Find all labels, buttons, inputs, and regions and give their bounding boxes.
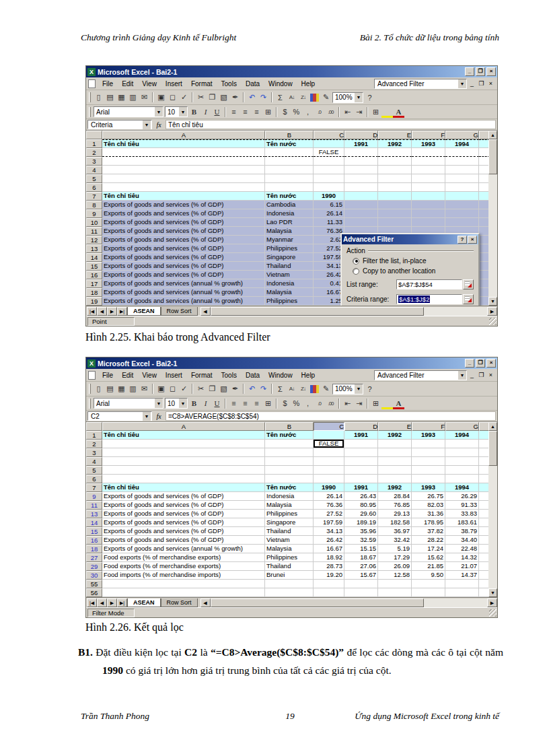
cell-a[interactable]: Exports of goods and services (% of GDP) <box>102 218 265 227</box>
cell-g[interactable] <box>445 174 479 183</box>
cell-b[interactable]: Tên nước <box>265 483 314 492</box>
open-icon[interactable]: ▤ <box>104 383 116 394</box>
menu-item[interactable]: Help <box>297 371 320 380</box>
select-all-corner[interactable] <box>86 422 102 431</box>
cell-b[interactable]: Malaysia <box>265 288 314 297</box>
row-number[interactable]: 55 <box>86 580 102 588</box>
cell-b[interactable]: Tên nước <box>265 431 314 440</box>
title-bar[interactable]: X Microsoft Excel - Bai2-1 _ ❐ × <box>86 66 497 77</box>
cell-a[interactable]: Exports of goods and services (% of GDP) <box>102 501 265 510</box>
increase-decimal-icon[interactable]: .0 <box>314 106 325 118</box>
align-center-icon[interactable]: ≡ <box>240 106 251 118</box>
cell-f[interactable]: 26.75 <box>412 492 445 501</box>
cell-c[interactable]: 11.33 <box>314 218 344 227</box>
row-number[interactable]: 5 <box>86 466 102 475</box>
cell-a[interactable]: Exports of goods and services (annual % … <box>102 279 265 288</box>
cell-a[interactable]: Exports of goods and services (% of GDP) <box>102 244 265 253</box>
name-box[interactable]: C2 ▼ <box>87 411 152 421</box>
scroll-right-icon[interactable]: ▶ <box>487 307 497 316</box>
menu-item[interactable]: Data <box>242 371 264 380</box>
column-header[interactable]: G <box>445 131 479 139</box>
row-number[interactable]: 9 <box>86 209 102 218</box>
format-painter-icon[interactable]: ✒ <box>229 92 241 103</box>
cell-e[interactable] <box>378 440 412 448</box>
sheet-tab[interactable]: Row Sort <box>161 307 198 316</box>
save-icon[interactable]: ▦ <box>116 383 127 394</box>
cell-f[interactable]: 15.62 <box>412 553 445 562</box>
cell-b[interactable] <box>265 174 314 183</box>
fill-color-icon[interactable] <box>381 106 393 118</box>
cell-b[interactable] <box>265 457 314 466</box>
cell-e[interactable] <box>378 166 412 174</box>
format-painter-icon[interactable]: ✒ <box>229 383 241 394</box>
column-header[interactable]: D <box>344 422 378 431</box>
row-number[interactable]: 10 <box>86 218 102 227</box>
cell-a[interactable] <box>102 157 265 166</box>
decrease-indent-icon[interactable]: ⇤ <box>342 398 353 409</box>
cell-g[interactable]: 14.32 <box>445 553 479 562</box>
cell-e[interactable] <box>378 457 412 466</box>
cell-d[interactable]: 15.15 <box>344 545 378 553</box>
first-tab-icon[interactable]: |◀ <box>87 598 97 607</box>
cell-b[interactable] <box>265 466 314 475</box>
row-number[interactable]: 8 <box>86 201 102 209</box>
cell-c[interactable] <box>314 174 344 183</box>
close-icon[interactable]: × <box>486 67 496 76</box>
spelling-icon[interactable]: ✓ <box>178 92 190 103</box>
cell-b[interactable]: Brunei <box>265 571 314 580</box>
cell-g[interactable]: 1994 <box>445 431 479 440</box>
menu-item[interactable]: Help <box>297 79 320 88</box>
column-header[interactable]: G <box>445 422 479 431</box>
cell-b[interactable]: Malaysia <box>265 227 314 236</box>
cell-d[interactable]: 26.43 <box>344 492 378 501</box>
sort-descending-icon[interactable]: Z↓ <box>297 383 309 394</box>
formula-input[interactable]: =C8>AVERAGE($C$8:$C$54) <box>166 411 496 421</box>
row-number[interactable]: 2 <box>86 148 102 157</box>
cell-e[interactable] <box>378 157 412 166</box>
cell-b[interactable]: Thailand <box>265 262 314 271</box>
cell-g[interactable]: 38.79 <box>445 527 479 536</box>
sort-ascending-icon[interactable]: A↓ <box>286 92 297 103</box>
column-header[interactable]: F <box>412 422 445 431</box>
cell-b[interactable]: Malaysia <box>265 545 314 553</box>
cell-d[interactable] <box>344 174 378 183</box>
cell-e[interactable] <box>378 448 412 457</box>
row-number[interactable]: 27 <box>86 553 102 562</box>
mail-icon[interactable]: ✉ <box>139 383 150 394</box>
cell-d[interactable] <box>344 209 378 218</box>
cell-a[interactable]: Food imports (% of merchandise imports) <box>102 571 265 580</box>
column-header[interactable]: E <box>378 422 412 431</box>
row-number[interactable]: 3 <box>86 157 102 166</box>
cell-f[interactable] <box>412 148 445 157</box>
restore-icon[interactable]: ❐ <box>476 67 485 76</box>
cell-b[interactable]: Vietnam <box>265 536 314 545</box>
cell-d[interactable] <box>344 148 378 157</box>
cell-b[interactable]: Indonesia <box>265 209 314 218</box>
cell-d[interactable] <box>344 466 378 475</box>
cell-a[interactable] <box>102 588 265 597</box>
cell-d[interactable]: 35.96 <box>344 527 378 536</box>
dialog-help-icon[interactable]: ? <box>458 236 467 244</box>
cell-f[interactable] <box>412 218 445 227</box>
menu-item[interactable]: Format <box>187 371 217 380</box>
cell-d[interactable]: 27.06 <box>344 562 378 571</box>
scroll-thumb[interactable] <box>211 598 425 607</box>
cell-g[interactable] <box>445 209 479 218</box>
cell-g[interactable] <box>445 166 479 174</box>
autosum-icon[interactable]: Σ <box>274 383 286 394</box>
cell-c[interactable]: 1990 <box>314 483 344 492</box>
cell-d[interactable] <box>344 201 378 209</box>
open-icon[interactable]: ▤ <box>104 92 116 103</box>
cell-f[interactable] <box>412 183 445 192</box>
comma-icon[interactable]: , <box>302 106 314 118</box>
cell-g[interactable] <box>445 466 479 475</box>
cell-c[interactable]: 18.92 <box>314 553 344 562</box>
permission-icon[interactable]: ▥ <box>127 383 139 394</box>
range-select-icon[interactable] <box>463 294 474 304</box>
cell-f[interactable]: 1993 <box>412 483 445 492</box>
next-tab-icon[interactable]: ▶ <box>107 307 117 316</box>
formula-input[interactable]: Tên chỉ tiêu <box>166 120 496 129</box>
scroll-thumb[interactable] <box>211 307 425 316</box>
cell-a[interactable]: Exports of goods and services (annual % … <box>102 297 265 306</box>
cell-a[interactable]: Exports of goods and services (% of GDP) <box>102 492 265 501</box>
